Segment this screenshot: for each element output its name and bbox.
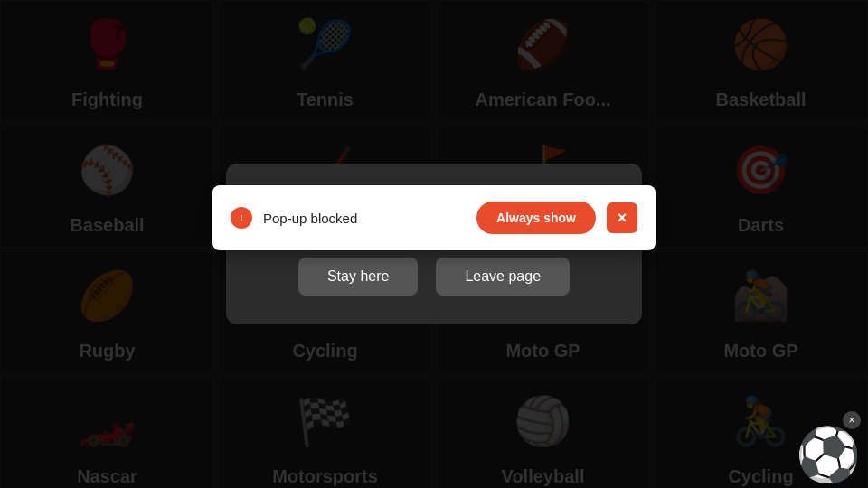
popup-blocked-left: ! Pop-up blocked (231, 207, 357, 229)
popup-blocked-notification: ! Pop-up blocked Always show × (212, 185, 656, 250)
popup-blocked-icon: ! (231, 207, 252, 229)
popup-blocked-text: Pop-up blocked (263, 211, 357, 226)
popup-blocked-right: Always show × (476, 202, 637, 234)
leave-modal-buttons: Stay here Leave page (255, 258, 613, 296)
soccer-ball-overlay: ⚽ (796, 428, 861, 481)
stay-button[interactable]: Stay here (298, 258, 418, 296)
svg-text:!: ! (241, 213, 243, 222)
leave-button[interactable]: Leave page (436, 258, 570, 296)
close-soccer-button[interactable]: × (843, 411, 861, 429)
popup-blocked-close-button[interactable]: × (607, 202, 637, 233)
always-show-button[interactable]: Always show (476, 202, 596, 234)
